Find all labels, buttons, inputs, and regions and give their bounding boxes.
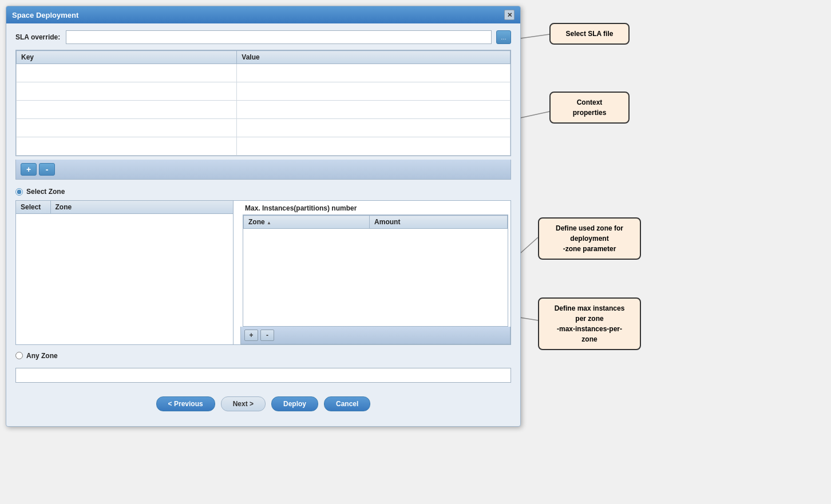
next-button[interactable]: Next >	[221, 396, 266, 411]
table-row	[17, 101, 511, 119]
previous-button[interactable]: < Previous	[156, 396, 215, 411]
add-zone-instance-button[interactable]: +	[244, 330, 258, 341]
context-properties-table-container: Key Value	[15, 50, 511, 156]
cancel-button[interactable]: Cancel	[324, 396, 370, 411]
zone-body	[16, 214, 233, 328]
max-instances-body	[244, 229, 508, 326]
any-zone-radio-row: Any Zone	[15, 352, 511, 360]
zone-select-table: Select Zone	[16, 201, 233, 328]
zone-section: Select Zone Select Zone	[15, 188, 511, 345]
remove-property-button[interactable]: -	[39, 163, 55, 176]
sla-override-row: SLA override: …	[15, 30, 511, 44]
max-instances-header-row: Zone ▲ Amount	[244, 216, 508, 229]
properties-btn-row: + -	[15, 160, 511, 180]
callout-sla: Select SLA file	[549, 23, 630, 45]
max-instances-container: Max. Instances(partitions) number Zone ▲…	[240, 201, 511, 344]
deploy-button[interactable]: Deploy	[271, 396, 318, 411]
table-row	[244, 229, 508, 326]
add-property-button[interactable]: +	[21, 163, 37, 176]
max-instances-table: Zone ▲ Amount	[243, 215, 508, 326]
sla-label: SLA override:	[15, 33, 61, 41]
select-zone-label: Select Zone	[26, 188, 65, 196]
properties-header-row: Key Value	[17, 51, 511, 64]
max-instances-table-container: Zone ▲ Amount	[243, 215, 508, 327]
select-col-header: Select	[16, 201, 50, 214]
context-properties-table: Key Value	[16, 50, 511, 156]
remove-zone-instance-button[interactable]: -	[260, 330, 274, 341]
zone-inner: Select Zone	[15, 200, 511, 345]
zone-amount-col-header: Zone ▲	[244, 216, 370, 229]
table-row	[17, 82, 511, 101]
callout-max-instances: Define max instancesper zone-max-instanc…	[538, 297, 641, 350]
dialog-title: Space Deployment	[12, 11, 78, 19]
amount-col-header: Amount	[370, 216, 508, 229]
table-row	[17, 137, 511, 156]
space-deployment-dialog: Space Deployment ✕ SLA override: … Key V…	[6, 6, 521, 427]
any-zone-input[interactable]	[15, 368, 511, 383]
key-column-header: Key	[17, 51, 237, 64]
any-zone-radio[interactable]	[15, 352, 23, 359]
value-column-header: Value	[237, 51, 511, 64]
close-button[interactable]: ✕	[504, 10, 515, 20]
select-zone-radio-row: Select Zone	[15, 188, 511, 196]
table-row	[17, 119, 511, 137]
dialog-body: SLA override: … Key Value	[6, 23, 520, 426]
callout-context-properties: Contextproperties	[549, 92, 630, 124]
table-row	[16, 214, 233, 328]
sla-input[interactable]	[66, 30, 492, 44]
any-zone-label: Any Zone	[26, 352, 58, 360]
table-row	[17, 64, 511, 82]
zone-header-row: Select Zone	[16, 201, 233, 214]
max-instances-btn-row: + -	[240, 327, 511, 344]
zone-col-header: Zone	[50, 201, 233, 214]
dialog-titlebar: Space Deployment ✕	[6, 6, 520, 23]
any-zone-section: Any Zone	[15, 352, 511, 383]
sort-arrow-icon: ▲	[267, 220, 271, 225]
zone-select-table-container: Select Zone	[16, 201, 234, 344]
sla-browse-button[interactable]: …	[496, 30, 511, 44]
dialog-footer: < Previous Next > Deploy Cancel	[15, 391, 511, 419]
select-zone-radio[interactable]	[15, 188, 23, 196]
callout-zone-parameter: Define used zone fordeployment-zone para…	[538, 217, 641, 260]
max-instances-label: Max. Instances(partitions) number	[240, 201, 511, 215]
properties-body	[17, 64, 511, 156]
